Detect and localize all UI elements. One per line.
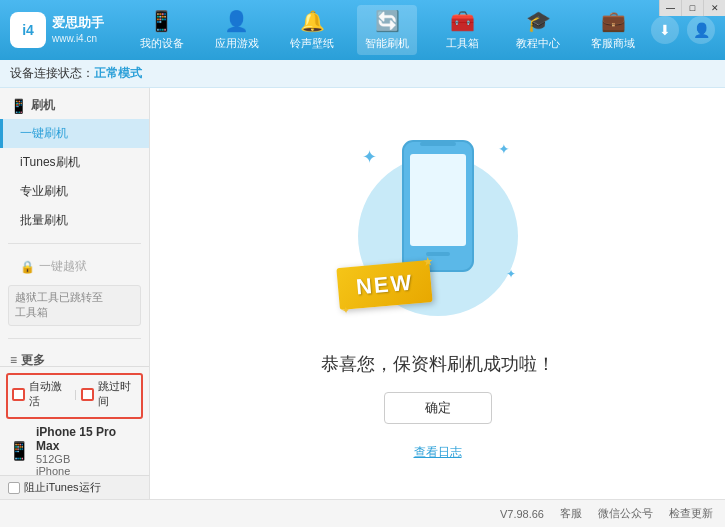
sidebar-item-itunes[interactable]: iTunes刷机	[0, 148, 149, 177]
nav-bar: 📱 我的设备 👤 应用游戏 🔔 铃声壁纸 🔄 智能刷机 🧰 工具箱 🎓 教程中心…	[124, 5, 651, 55]
status-mode: 正常模式	[94, 65, 142, 82]
success-text: 恭喜您，保资料刷机成功啦！	[321, 352, 555, 376]
sidebar-item-batch[interactable]: 批量刷机	[0, 206, 149, 235]
sidebar-notice: 越狱工具已跳转至工具箱	[8, 285, 141, 326]
device-storage: 512GB	[36, 453, 141, 465]
sparkle-left: ✦	[362, 146, 377, 168]
close-button[interactable]: ✕	[703, 0, 725, 16]
header-right: ⬇ 👤	[651, 16, 715, 44]
new-ribbon: NEW ★ ✦	[336, 260, 433, 310]
nav-toolbox[interactable]: 🧰 工具箱	[433, 5, 493, 55]
ringtone-icon: 🔔	[300, 9, 325, 33]
device-details: iPhone 15 Pro Max 512GB iPhone	[36, 425, 141, 477]
sidebar-section-label: 刷机	[31, 97, 55, 114]
ribbon-star: ★	[421, 254, 433, 269]
phone-svg	[398, 136, 478, 276]
success-illustration: ✦ ✦ ✦ NEW ★ ✦ 恭喜您，保资料刷机成功啦！ 确定 查看日志	[321, 126, 555, 461]
phone-illustration: ✦ ✦ ✦ NEW ★ ✦	[348, 126, 528, 336]
sidebar-header-jailbreak: 🔒 一键越狱	[0, 252, 149, 281]
nav-label: 我的设备	[140, 36, 184, 51]
flash-icon: 🔄	[375, 9, 400, 33]
log-link[interactable]: 查看日志	[414, 444, 462, 461]
status-bar: 设备连接状态： 正常模式	[0, 60, 725, 88]
lock-icon: 🔒	[20, 260, 35, 274]
auto-activate-row: 自动激活 | 跳过时间	[12, 379, 137, 409]
device-info: 📱 iPhone 15 Pro Max 512GB iPhone	[0, 423, 149, 479]
tutorial-icon: 🎓	[526, 9, 551, 33]
new-text: NEW	[354, 270, 413, 300]
auto-activate-label: 自动激活	[29, 379, 68, 409]
sidebar-section-jailbreak: 🔒 一键越狱 越狱工具已跳转至工具箱	[0, 248, 149, 334]
confirm-button[interactable]: 确定	[384, 392, 492, 424]
sidebar-divider-1	[8, 243, 141, 244]
divider-char: |	[74, 389, 77, 400]
device-icon: 📱	[149, 9, 174, 33]
sidebar-divider-2	[8, 338, 141, 339]
sidebar-section-flash: 📱 刷机 一键刷机 iTunes刷机 专业刷机 批量刷机	[0, 88, 149, 239]
sparkle-bottom-right: ✦	[506, 267, 516, 281]
nav-label: 应用游戏	[215, 36, 259, 51]
sidebar-bottom: 自动激活 | 跳过时间 📱 iPhone 15 Pro Max 512GB iP…	[0, 366, 150, 479]
auto-activate-checkbox[interactable]	[12, 388, 25, 401]
footer-link-support[interactable]: 客服	[560, 506, 582, 521]
jailbreak-label: 一键越狱	[39, 258, 87, 275]
header: i4 爱思助手 www.i4.cn 📱 我的设备 👤 应用游戏 🔔 铃声壁纸 🔄…	[0, 0, 725, 60]
nav-tutorial[interactable]: 🎓 教程中心	[508, 5, 568, 55]
sidebar-item-one-click[interactable]: 一键刷机	[0, 119, 149, 148]
svg-rect-1	[410, 154, 466, 246]
apps-icon: 👤	[224, 9, 249, 33]
status-prefix: 设备连接状态：	[10, 65, 94, 82]
nav-business[interactable]: 💼 客服商域	[583, 5, 643, 55]
download-button[interactable]: ⬇	[651, 16, 679, 44]
maximize-button[interactable]: □	[681, 0, 703, 16]
time-limit-label: 跳过时间	[98, 379, 137, 409]
account-button[interactable]: 👤	[687, 16, 715, 44]
sidebar: 📱 刷机 一键刷机 iTunes刷机 专业刷机 批量刷机 🔒 一键越狱 越狱工具…	[0, 88, 150, 499]
footer: V7.98.66 客服 微信公众号 检查更新	[0, 499, 725, 527]
toolbox-icon: 🧰	[450, 9, 475, 33]
nav-smart-flash[interactable]: 🔄 智能刷机	[357, 5, 417, 55]
nav-label: 工具箱	[446, 36, 479, 51]
nav-label: 教程中心	[516, 36, 560, 51]
sparkle-right: ✦	[498, 141, 510, 157]
app-logo: i4 爱思助手 www.i4.cn	[10, 12, 104, 48]
time-limit-checkbox[interactable]	[81, 388, 94, 401]
sidebar-header-flash: 📱 刷机	[0, 92, 149, 119]
version-text: V7.98.66	[500, 508, 544, 520]
nav-apps-games[interactable]: 👤 应用游戏	[207, 5, 267, 55]
footer-link-update[interactable]: 检查更新	[669, 506, 713, 521]
svg-rect-3	[420, 142, 456, 146]
nav-label: 铃声壁纸	[290, 36, 334, 51]
footer-link-wechat[interactable]: 微信公众号	[598, 506, 653, 521]
sidebar-item-pro[interactable]: 专业刷机	[0, 177, 149, 206]
content-area: ✦ ✦ ✦ NEW ★ ✦ 恭喜您，保资料刷机成功啦！ 确定 查看日志	[150, 88, 725, 499]
itunes-label: 阻止iTunes运行	[24, 480, 101, 495]
minimize-button[interactable]: —	[659, 0, 681, 16]
device-name: iPhone 15 Pro Max	[36, 425, 141, 453]
nav-ringtone[interactable]: 🔔 铃声壁纸	[282, 5, 342, 55]
itunes-bar: 阻止iTunes运行	[0, 475, 150, 499]
logo-text: 爱思助手 www.i4.cn	[52, 14, 104, 46]
device-phone-icon: 📱	[8, 440, 30, 462]
activation-controls: 自动激活 | 跳过时间	[6, 373, 143, 419]
flash-header-icon: 📱	[10, 98, 27, 114]
itunes-checkbox[interactable]	[8, 482, 20, 494]
nav-label: 智能刷机	[365, 36, 409, 51]
logo-icon: i4	[10, 12, 46, 48]
business-icon: 💼	[601, 9, 626, 33]
nav-my-device[interactable]: 📱 我的设备	[132, 5, 192, 55]
ribbon-star2: ✦	[341, 304, 350, 316]
nav-label: 客服商域	[591, 36, 635, 51]
